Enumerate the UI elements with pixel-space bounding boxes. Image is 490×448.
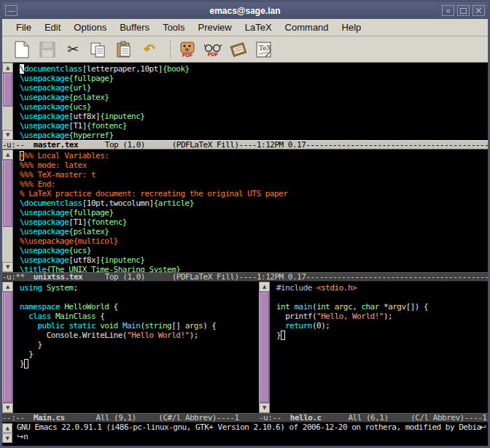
echo-message-line1: GNU Emacs 22.0.91.1 (i486-pc-linux-gnu, … bbox=[2, 422, 488, 432]
echo-message-line2: ↪n bbox=[2, 432, 488, 441]
pdflatex-label: PDF bbox=[182, 53, 192, 58]
pdflatex-dog-icon bbox=[180, 42, 195, 53]
buffer-text-unixtss[interactable]: %%% Local Variables: %%% mode: latex%%% … bbox=[20, 151, 488, 272]
scroll-up-icon[interactable]: ▲ bbox=[2, 282, 13, 292]
code-line: public static void Main(string[] args) { bbox=[20, 321, 259, 331]
code-line: \usepackage{ucs} bbox=[20, 246, 488, 255]
code-line: % LaTeX practice document: recreating th… bbox=[20, 189, 488, 198]
modeline-hello-c[interactable]: -u:-- hello.c All (6,1) (C/l Abbrev)----… bbox=[259, 413, 488, 422]
code-line: %\usepackage{multicol} bbox=[20, 236, 488, 246]
line-continuation-icon: ↪ bbox=[17, 432, 23, 441]
code-line: printf("Hello, World!"); bbox=[276, 312, 488, 321]
scroll-up-icon[interactable]: ▲ bbox=[259, 282, 270, 292]
echo-area[interactable]: ▲ ▼ GNU Emacs 22.0.91.1 (i486-pc-linux-g… bbox=[2, 422, 488, 446]
scroll-down-icon[interactable]: ▼ bbox=[259, 403, 270, 413]
buffer-text-hello-c[interactable]: #include <stdio.h> int main(int argc, ch… bbox=[276, 283, 488, 413]
menu-item-edit[interactable]: Edit bbox=[38, 20, 67, 34]
code-line: Console.WriteLine("Hello World!"); bbox=[20, 331, 259, 340]
code-line: \documentclass[letterpaper,10pt]{book} bbox=[20, 64, 488, 74]
undo-icon: ↶ bbox=[144, 42, 155, 56]
latex-button[interactable]: TeX bbox=[253, 39, 275, 61]
new-file-button[interactable] bbox=[11, 39, 33, 61]
modeline-main-cs[interactable]: --:-- Main.cs All (9,1) (C#/l Abbrev)---… bbox=[2, 413, 259, 422]
book-icon bbox=[230, 42, 247, 58]
window-hello-c[interactable]: ▲ ▼ #include <stdio.h> int main(int argc… bbox=[259, 282, 488, 413]
code-line: namespace HelloWorld { bbox=[20, 302, 259, 312]
scroll-thumb[interactable] bbox=[3, 73, 12, 107]
toolbar: ✂ ↶ PDF bbox=[2, 36, 488, 63]
code-line: } bbox=[276, 331, 488, 340]
copy-icon bbox=[90, 41, 107, 58]
scrollbar-hello-c[interactable]: ▲ ▼ bbox=[259, 282, 270, 413]
new-file-icon bbox=[14, 41, 30, 58]
menu-item-preview[interactable]: Preview bbox=[191, 20, 238, 34]
scroll-up-icon[interactable]: ▲ bbox=[2, 63, 13, 73]
code-line: int main(int argc, char *argv[]) { bbox=[276, 302, 488, 312]
scroll-down-icon[interactable]: ▼ bbox=[2, 403, 13, 413]
minibuffer-scrollbar[interactable]: ▲ ▼ bbox=[2, 423, 12, 443]
scrollbar-unixtss[interactable]: ▲ ▼ bbox=[2, 150, 13, 272]
scroll-thumb[interactable] bbox=[3, 292, 12, 403]
code-line: return(0); bbox=[276, 321, 488, 331]
window-unixtss-tex[interactable]: ▲ ▼ %%% Local Variables: %%% mode: latex… bbox=[2, 150, 488, 272]
maximize-icon[interactable] bbox=[457, 5, 470, 16]
copy-button[interactable] bbox=[88, 39, 109, 61]
buffer-text-master[interactable]: \documentclass[letterpaper,10pt]{book}\u… bbox=[20, 64, 488, 140]
view-pdf-button[interactable]: PDF bbox=[202, 39, 224, 61]
menu-item-tools[interactable]: Tools bbox=[156, 20, 191, 34]
code-line: \usepackage{fullpage} bbox=[20, 208, 488, 217]
window-main-cs[interactable]: ▲ ▼ using System; namespace HelloWorld {… bbox=[2, 282, 259, 413]
paste-icon bbox=[115, 41, 133, 58]
emacs-frame: ▲ ▼ \documentclass[letterpaper,10pt]{boo… bbox=[2, 63, 488, 446]
menu-item-help[interactable]: Help bbox=[335, 20, 368, 34]
paste-button[interactable] bbox=[113, 39, 135, 61]
code-line bbox=[20, 293, 259, 302]
window-title: emacs@sage.lan bbox=[2, 6, 488, 16]
menu-item-command[interactable]: Command bbox=[279, 20, 335, 34]
modeline-unixtss-tex[interactable]: -u:** unixtss.tex Top (1,0) (PDFLaTeX Fi… bbox=[2, 272, 488, 282]
cut-icon: ✂ bbox=[67, 42, 79, 56]
menu-item-latex[interactable]: LaTeX bbox=[238, 20, 279, 34]
scroll-down-icon[interactable]: ▼ bbox=[2, 130, 13, 140]
menu-item-buffers[interactable]: Buffers bbox=[113, 20, 156, 34]
scroll-thumb[interactable] bbox=[260, 292, 269, 403]
window-master-tex[interactable]: ▲ ▼ \documentclass[letterpaper,10pt]{boo… bbox=[2, 63, 488, 140]
svg-text:TeX: TeX bbox=[259, 45, 272, 52]
code-line: \usepackage[T1]{fontenc} bbox=[20, 217, 488, 227]
buffer-text-main-cs[interactable]: using System; namespace HelloWorld { cla… bbox=[20, 283, 259, 413]
code-line: %%% Local Variables: bbox=[20, 151, 488, 161]
scrollbar-master[interactable]: ▲ ▼ bbox=[2, 63, 13, 140]
scroll-down-icon[interactable]: ▼ bbox=[2, 262, 13, 272]
code-line: \usepackage[utf8x]{inputenc} bbox=[20, 255, 488, 265]
code-line bbox=[276, 293, 488, 302]
cut-button[interactable]: ✂ bbox=[62, 39, 84, 61]
code-line: \title{The UNIX Time-Sharing System} bbox=[20, 265, 488, 272]
code-line: %%% TeX-master: t bbox=[20, 170, 488, 179]
scrollbar-main-cs[interactable]: ▲ ▼ bbox=[2, 282, 13, 413]
code-line: using System; bbox=[20, 283, 259, 293]
code-line: \usepackage[utf8x]{inputenc} bbox=[20, 112, 488, 121]
menu-item-options[interactable]: Options bbox=[67, 20, 113, 34]
scroll-down-icon[interactable]: ▼ bbox=[2, 433, 12, 443]
line-wrap-icon: ↩ bbox=[480, 422, 486, 432]
scroll-thumb[interactable] bbox=[3, 160, 12, 227]
shade-icon[interactable] bbox=[442, 5, 454, 16]
code-line: class MainClass { bbox=[20, 312, 259, 321]
scroll-up-icon[interactable]: ▲ bbox=[2, 150, 13, 160]
close-icon[interactable]: ✕ bbox=[472, 5, 485, 16]
bibtex-button[interactable] bbox=[228, 39, 249, 61]
toolbar-separator bbox=[170, 40, 171, 59]
undo-button[interactable]: ↶ bbox=[139, 39, 160, 61]
modeline-master-tex[interactable]: -u:-- master.tex Top (1,0) (PDFLaTeX Fil… bbox=[2, 140, 488, 150]
code-line: #include <stdio.h> bbox=[276, 283, 488, 293]
glasses-icon bbox=[204, 42, 222, 53]
save-button[interactable] bbox=[36, 39, 58, 61]
code-line: \usepackage[T1]{fontenc} bbox=[20, 121, 488, 131]
scroll-up-icon[interactable]: ▲ bbox=[2, 423, 12, 433]
code-line: } bbox=[20, 340, 259, 349]
emacs-window-frame: emacs@sage.lan — ✕ FileEditOptionsBuffer… bbox=[0, 0, 490, 448]
titlebar[interactable]: emacs@sage.lan — ✕ bbox=[2, 2, 488, 19]
pdflatex-button[interactable]: PDF bbox=[176, 39, 198, 61]
save-icon bbox=[39, 42, 55, 58]
menu-item-file[interactable]: File bbox=[9, 20, 38, 34]
